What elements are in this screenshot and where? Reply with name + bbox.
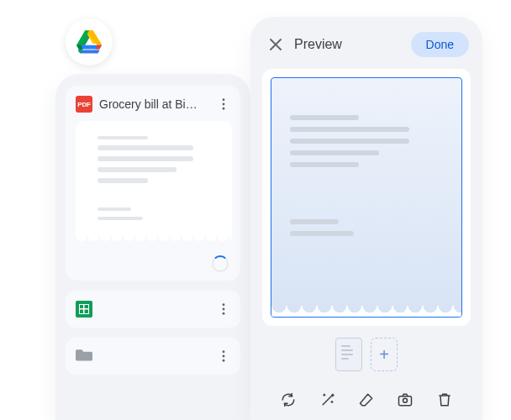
pdf-badge-icon: PDF [76,96,92,113]
svg-point-12 [223,108,225,110]
page-thumbnail[interactable] [335,338,362,371]
loading-spinner-icon [212,255,229,272]
scan-preview-panel: Preview Done + [250,17,482,420]
google-sheets-icon [76,301,92,318]
page-thumbnails: + [262,326,471,380]
svg-point-10 [223,98,225,101]
svg-point-11 [223,103,225,106]
retake-button[interactable] [273,385,303,415]
preview-toolbar [262,380,471,420]
list-item-more-button[interactable] [215,301,232,318]
svg-point-15 [223,312,225,315]
preview-header: Preview Done [262,29,471,69]
drive-triangle-icon [76,30,102,54]
svg-point-13 [223,303,225,306]
list-item-folder[interactable] [66,338,240,375]
svg-point-17 [223,355,225,358]
close-button[interactable] [266,34,286,55]
more-vert-icon [222,98,225,110]
more-vert-icon [222,303,225,315]
add-page-button[interactable]: + [371,338,398,371]
svg-point-18 [223,360,225,362]
list-item-sheets[interactable] [66,291,240,328]
file-card-header: PDF Grocery bill at Bi… [76,96,232,113]
delete-button[interactable] [429,385,460,415]
svg-point-16 [223,350,225,353]
preview-title: Preview [294,37,403,52]
file-card-pdf[interactable]: PDF Grocery bill at Bi… [66,86,240,281]
file-title: Grocery bill at Bi… [99,97,208,111]
file-thumbnail-receipt [76,121,232,245]
upload-progress-row [76,254,232,272]
done-button[interactable]: Done [411,32,469,57]
svg-rect-19 [399,396,412,406]
crop-button[interactable] [390,385,420,415]
svg-point-14 [223,308,225,311]
svg-point-20 [403,398,408,402]
trash-icon [436,391,453,408]
erase-button[interactable] [351,385,382,415]
auto-enhance-button[interactable] [313,385,343,415]
scanned-page[interactable] [271,77,462,318]
file-more-button[interactable] [215,96,232,113]
camera-icon [397,391,414,408]
preview-stage [262,69,471,326]
google-drive-logo [66,18,113,66]
eraser-icon [358,391,375,408]
list-item-more-button[interactable] [215,348,232,365]
folder-icon [76,347,92,365]
magic-wand-icon [319,391,336,408]
close-icon [270,39,282,50]
drive-file-panel: PDF Grocery bill at Bi… [55,74,250,420]
more-vert-icon [222,350,225,362]
refresh-icon [280,391,297,408]
